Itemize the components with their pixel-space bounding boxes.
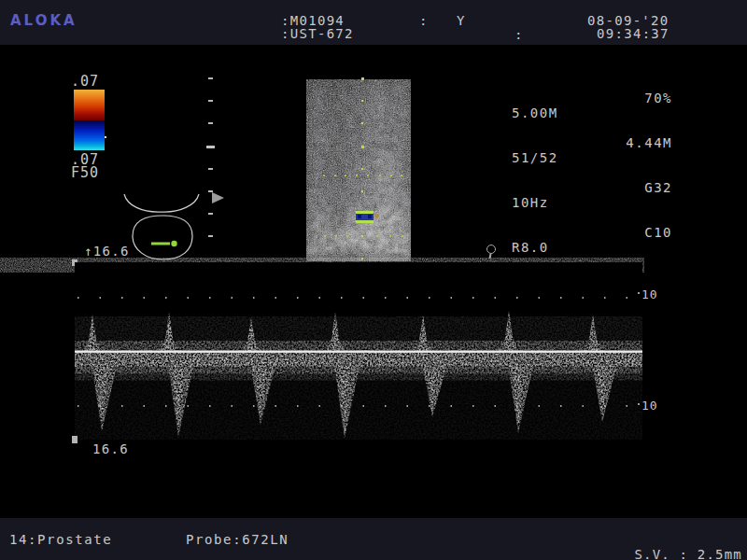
sample-volume-label: S.V. : 2.5mm <box>634 548 742 560</box>
b-mode-image <box>306 79 411 261</box>
velocity-tick-bottom <box>638 403 640 405</box>
wall-filter-label: F50 <box>71 166 99 180</box>
doppler-scale-bottom: 16.6 <box>92 442 129 455</box>
centerline-dot <box>361 122 363 124</box>
scatter-dot <box>379 175 381 176</box>
centerline-dot <box>361 77 364 80</box>
sample-volume-gate <box>356 211 374 223</box>
centerline-dot <box>361 146 364 148</box>
depth-tick <box>208 235 213 237</box>
sv-depth-block: S.V. : 2.5mm Depth: 2.0cm <box>634 520 742 560</box>
centerline-dot <box>361 100 363 102</box>
depth-tick <box>208 168 213 170</box>
probe-model-top: :UST-672 <box>281 27 354 40</box>
exam-date: 08-09-'20 <box>587 14 669 27</box>
depth-tick <box>208 213 213 215</box>
colorbar-warm-gradient <box>74 90 105 120</box>
depth-tick-major <box>206 146 215 148</box>
centerline-dot <box>361 235 363 237</box>
centerline-dot <box>361 168 363 170</box>
probe-label: Probe:672LN <box>186 533 289 546</box>
patient-id: :M01094 <box>281 14 345 27</box>
color-flow-bar <box>74 90 105 150</box>
preset-label: 14:Prostate <box>9 533 112 546</box>
doppler-baseline <box>75 351 642 353</box>
depth-tick <box>208 100 213 102</box>
scatter-dot <box>335 235 337 237</box>
centerline-dot <box>361 258 363 259</box>
aloka-logo: ALOKA <box>10 12 78 29</box>
param-frame: 51/52 <box>512 150 642 165</box>
velocity-label-bottom: 10 <box>641 399 658 412</box>
spectrum-corner-mark-bottom <box>72 436 78 443</box>
colorbar-cool-gradient <box>74 120 105 150</box>
top-status-bar: ALOKA :M01094 : Y 08-09-'20 :UST-672 : 0… <box>0 0 747 45</box>
exam-time: 09:34:37 <box>597 27 669 40</box>
colorbar-top-label: .07 <box>71 75 99 89</box>
body-marker-icon <box>120 191 205 264</box>
velocity-tick-top <box>638 292 640 294</box>
scatter-dot <box>334 175 336 176</box>
doppler-scale-top: ↑16.6 <box>84 245 130 258</box>
trackball-cursor-icon <box>486 245 496 254</box>
separator-colon-2: : <box>514 28 524 41</box>
ultrasound-screen: ALOKA :M01094 : Y 08-09-'20 :UST-672 : 0… <box>0 0 747 560</box>
scatter-dot <box>376 235 378 237</box>
probe-mark-dot <box>171 241 176 246</box>
scatter-dot <box>345 175 346 176</box>
scatter-dot <box>323 175 325 176</box>
scatter-dot <box>401 175 402 176</box>
param-rate: 10Hz <box>512 195 642 210</box>
depth-tick <box>208 122 213 124</box>
scatter-dot <box>402 235 403 237</box>
velocity-label-top: 10 <box>641 288 658 301</box>
doppler-spectrum <box>75 262 642 441</box>
flow-mark-dot <box>374 214 379 217</box>
scatter-dot <box>389 235 391 237</box>
depth-tick <box>208 190 213 192</box>
depth-tick <box>208 77 213 79</box>
param-b-freq: 5.00M <box>512 105 642 120</box>
centerline-dot <box>361 190 363 192</box>
scatter-dot <box>324 235 326 237</box>
focus-arrow-icon <box>212 192 224 203</box>
scatter-dot <box>390 175 392 176</box>
colorbar-baseline-dot <box>105 136 106 138</box>
param-range: R8.0 <box>512 240 642 255</box>
scatter-dot <box>356 175 358 176</box>
scatter-dot <box>346 235 348 237</box>
scatter-dot <box>367 175 369 176</box>
patient-sex: Y <box>457 14 466 27</box>
separator-colon-1: : <box>419 14 429 27</box>
